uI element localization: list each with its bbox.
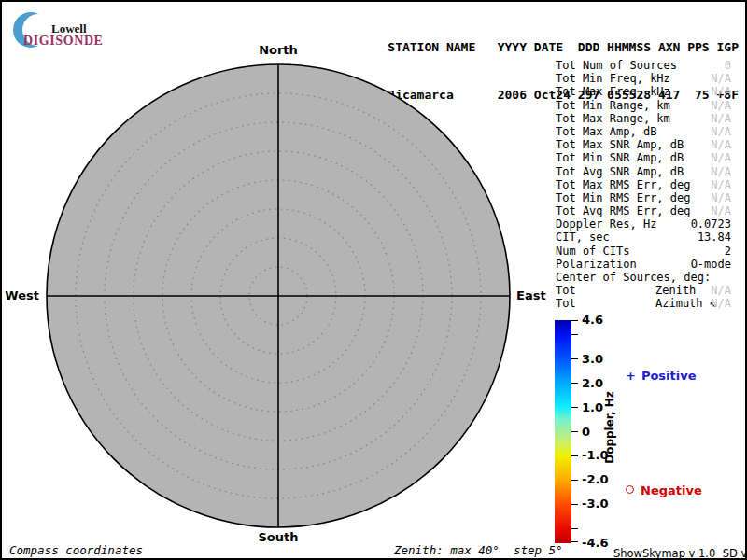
stat-label: Tot Min RMS Err, deg: [556, 191, 691, 204]
legend-negative-label: Negative: [641, 483, 702, 497]
colorbar-tick: [571, 455, 578, 456]
stat-label: CIT, sec: [556, 231, 610, 244]
colorbar-tick: [571, 358, 578, 359]
stat-row: Tot Max SNR Amp, dBN/A: [556, 138, 731, 151]
showskymap-window: Lowell DIGISONDE STATION NAME YYYY DATE …: [0, 0, 747, 560]
stat-value: N/A: [711, 165, 731, 178]
compass-label-south: South: [258, 530, 298, 544]
circle-marker-icon: [626, 485, 634, 494]
stat-label: Tot Max RMS Err, deg: [556, 178, 691, 191]
stat-row: Tot Max RMS Err, degN/A: [556, 178, 731, 191]
stat-value: 0: [725, 59, 731, 72]
stat-row: Tot Avg RMS Err, degN/A: [556, 204, 731, 217]
colorbar-tick: [571, 383, 578, 384]
colorbar-tick: [571, 528, 578, 529]
colorbar-tick: [571, 407, 578, 408]
stat-sublabel: Azimuth ↖: [655, 297, 716, 310]
stat-label: Tot Max Freq, kHz: [556, 85, 670, 98]
zenith-range-label: Zenith: max 40° step 5°: [394, 543, 563, 557]
stat-label: Num of CITs: [556, 245, 629, 258]
colorbar-tick-label: 4.6: [582, 313, 623, 327]
plus-marker-icon: +: [626, 369, 636, 383]
stat-label: Tot Avg RMS Err, deg: [556, 204, 691, 217]
colorbar-tick-label: 0: [582, 425, 623, 439]
stat-row: Tot Min RMS Err, degN/A: [556, 191, 731, 204]
colorbar-tick: [571, 334, 578, 335]
colorbar-tick: [571, 541, 578, 542]
stat-value: N/A: [711, 72, 731, 85]
stat-row: Doppler Res, Hz0.0723: [556, 217, 731, 231]
stat-label: Tot Num of Sources: [556, 59, 677, 72]
compass-label-east: East: [516, 288, 546, 302]
stat-label: Tot Min SNR Amp, dB: [556, 151, 684, 164]
stat-value: N/A: [711, 191, 731, 204]
station-header-columns: STATION NAME YYYY DATE DDD HHMMSS AXN PP…: [388, 39, 739, 55]
stat-value: N/A: [711, 112, 731, 125]
stat-row: Num of CITs2: [556, 245, 731, 258]
stat-row: Tot Max Range, kmN/A: [556, 112, 731, 125]
version-label: ShowSkymap v 1.0 SD v 4.2: [613, 547, 747, 560]
stat-row: Tot Min Freq, kHzN/A: [556, 72, 731, 85]
stat-value: O-mode: [691, 258, 731, 271]
stat-value: N/A: [711, 138, 731, 151]
legend-positive-label: Positive: [641, 369, 697, 383]
stats-panel: Tot Num of Sources0Tot Min Freq, kHzN/AT…: [556, 59, 731, 311]
stat-label: Tot Avg SNR Amp, dB: [556, 165, 684, 178]
stat-row: TotZenithN/A: [556, 284, 731, 297]
stat-row: Tot Num of Sources0: [556, 59, 731, 72]
stat-value: N/A: [711, 284, 731, 297]
stat-value: N/A: [711, 85, 731, 98]
stat-label: Center of Sources, deg:: [556, 271, 711, 284]
stat-value: 2: [725, 245, 731, 258]
skymap-plot: [45, 63, 512, 529]
colorbar-tick-label: 2.0: [582, 376, 623, 390]
stat-label: Tot Max Amp, dB: [556, 125, 656, 138]
colorbar-tick: [571, 480, 578, 481]
colorbar-tick: [571, 320, 578, 321]
stat-label: Doppler Res, Hz: [556, 217, 656, 231]
stat-value: N/A: [711, 99, 731, 112]
coordinate-system-label: Compass coordinates: [9, 543, 143, 557]
stat-value: N/A: [711, 204, 731, 217]
stat-row: Tot Max Freq, kHzN/A: [556, 85, 731, 98]
colorbar-tick-label: 3.0: [582, 352, 623, 366]
colorbar-tick: [571, 504, 578, 505]
stat-label: Tot Max SNR Amp, dB: [556, 138, 684, 151]
stat-value: N/A: [711, 151, 731, 164]
logo-digisonde-text: DIGISONDE: [23, 34, 104, 49]
stat-label: Polarization: [556, 258, 637, 271]
colorbar-tick-label: 1.0: [582, 400, 623, 414]
stat-value: N/A: [711, 125, 731, 138]
stat-value: N/A: [711, 297, 731, 310]
stat-label: Tot: [556, 297, 576, 310]
lowell-digisonde-logo: Lowell DIGISONDE: [7, 6, 166, 62]
legend-positive: +Positive: [626, 369, 697, 383]
colorbar-gradient: [555, 320, 571, 543]
colorbar-tick: [571, 431, 578, 432]
legend-negative: Negative: [626, 483, 702, 497]
stat-row: Tot Avg SNR Amp, dBN/A: [556, 165, 731, 178]
stat-row: PolarizationO-mode: [556, 258, 731, 271]
stat-label: Tot Min Freq, kHz: [556, 72, 670, 85]
stat-row: Tot Max Amp, dBN/A: [556, 125, 731, 138]
stat-value: 13.84: [698, 231, 731, 244]
compass-label-west: West: [5, 288, 39, 302]
stat-row: CIT, sec13.84: [556, 231, 731, 244]
stat-row: Center of Sources, deg:: [556, 271, 731, 284]
stat-row: Tot Min SNR Amp, dBN/A: [556, 151, 731, 164]
stat-sublabel: Zenith: [655, 284, 696, 297]
colorbar-tick-label: -1.0: [582, 448, 623, 462]
colorbar-title: Doppler, Hz: [603, 390, 616, 465]
stat-label: Tot Min Range, km: [556, 99, 670, 112]
stat-value: N/A: [711, 178, 731, 191]
stat-label: Tot: [556, 284, 576, 297]
stat-row: Tot Min Range, kmN/A: [556, 99, 731, 112]
stat-label: Tot Max Range, km: [556, 112, 670, 125]
colorbar-tick-label: -2.0: [582, 472, 623, 486]
stat-row: TotAzimuth ↖N/A: [556, 297, 731, 310]
colorbar-tick-label: -3.0: [582, 497, 623, 511]
compass-label-north: North: [259, 43, 298, 57]
stat-value: 0.0723: [691, 217, 731, 231]
